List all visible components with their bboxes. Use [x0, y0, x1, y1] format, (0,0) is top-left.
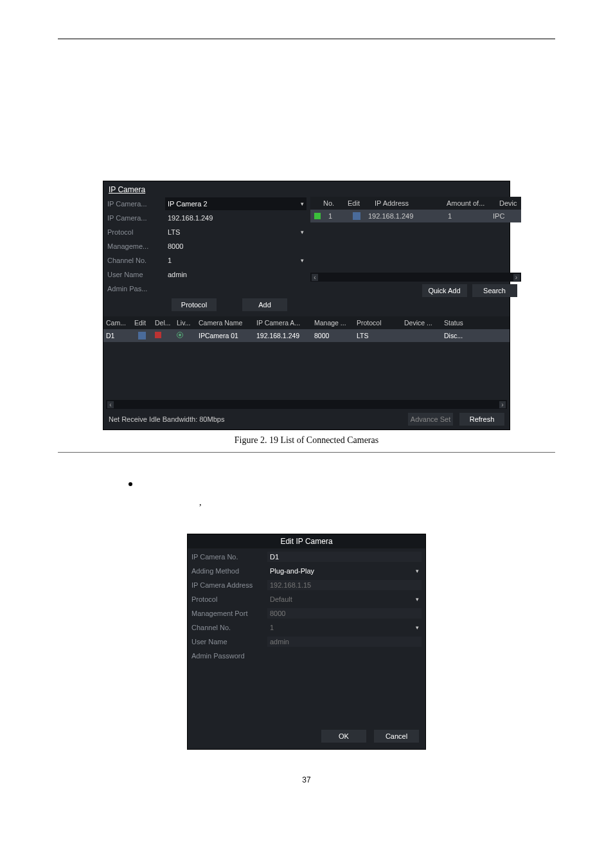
scroll-right-icon[interactable]: › [499, 401, 506, 408]
select-adding-method[interactable]: Plug-and-Play ▾ [267, 566, 422, 576]
advance-set-button[interactable]: Advance Set [408, 413, 453, 426]
input-mgmt-port2[interactable]: 8000 [267, 608, 422, 619]
label-protocol2: Protocol [191, 595, 267, 603]
scroll-left-icon[interactable]: ‹ [312, 274, 318, 281]
col-device2: Device ... [404, 319, 441, 327]
bullet-item [58, 478, 555, 488]
add-button[interactable]: Add [242, 298, 287, 311]
ok-button[interactable]: OK [321, 730, 366, 743]
cell-cam: D1 [106, 332, 132, 339]
cell-no: 1 [324, 212, 349, 220]
chevron-down-icon: ▾ [301, 229, 304, 235]
connected-head: Cam... Edit Del... Liv... Camera Name IP… [103, 316, 510, 329]
status-icon [314, 213, 321, 219]
input-mgmt-port-value: 8000 [168, 242, 183, 250]
cell-status: Disc... [444, 332, 463, 339]
cell-ip: 192.168.1.249 [364, 212, 444, 220]
select-channel-no[interactable]: 1 ▾ [165, 254, 306, 267]
select-protocol-value: LTS [168, 228, 180, 236]
label-mgmt-port2: Management Port [191, 610, 267, 617]
connected-row[interactable]: D1 IPCamera 01 192.168.1.249 8000 LTS Di… [103, 329, 510, 342]
discovered-devices: No. Edit IP Address Amount of... Devic 1… [310, 197, 521, 314]
select-camera-no[interactable]: IP Camera 2 ▾ [165, 197, 306, 210]
label-channel-no2: Channel No. [191, 624, 267, 631]
cell-protocol2: LTS [357, 332, 402, 339]
h-scrollbar[interactable]: ‹ › [310, 273, 521, 282]
quick-add-button[interactable]: Quick Add [422, 284, 467, 297]
figure-caption-1: Figure 2. 19 List of Connected Cameras [58, 435, 555, 446]
col-ipa: IP Camera A... [256, 319, 312, 327]
chevron-down-icon: ▾ [301, 257, 304, 264]
label-user-name: User Name [107, 271, 165, 278]
header-rule [58, 39, 555, 39]
chevron-down-icon: ▾ [416, 568, 419, 574]
discovered-head: No. Edit IP Address Amount of... Devic [310, 197, 521, 210]
col-edit: Edit [344, 199, 371, 207]
input-camera-address-value: 192.168.1.249 [168, 214, 213, 222]
cell-amount: 1 [444, 212, 489, 220]
col-protocol: Protocol [357, 319, 402, 327]
liveview-icon[interactable] [177, 332, 183, 338]
select-protocol2[interactable]: Default ▾ [267, 594, 422, 604]
label-adding-method: Adding Method [191, 567, 267, 575]
col-device: Devic [495, 199, 521, 207]
label-ip-camera-addr: IP Camera Address [191, 581, 267, 589]
ip-camera-panel: IP Camera IP Camera... IP Camera 2 ▾ IP … [103, 181, 510, 430]
col-amount: Amount of... [443, 199, 495, 207]
cancel-button[interactable]: Cancel [374, 730, 419, 743]
text-fragment: , [58, 497, 555, 508]
col-edit2: Edit [134, 319, 152, 327]
protocol-button[interactable]: Protocol [172, 298, 217, 311]
search-button[interactable]: Search [472, 284, 517, 297]
dialog-title: Edit IP Camera [188, 534, 425, 548]
edit-ip-camera-dialog: Edit IP Camera IP Camera No. D1 Adding M… [187, 534, 426, 750]
col-ip: IP Address [371, 199, 443, 207]
select-channel-no2[interactable]: 1 ▾ [267, 622, 422, 633]
col-name: Camera Name [199, 319, 254, 327]
input-camera-address[interactable]: 192.168.1.249 [165, 212, 306, 224]
input-ip-camera-addr[interactable]: 192.168.1.15 [267, 580, 422, 590]
ip-camera-form: IP Camera... IP Camera 2 ▾ IP Camera... … [107, 197, 306, 314]
chevron-down-icon: ▾ [416, 596, 419, 602]
cell-name: IPCamera 01 [199, 332, 254, 339]
bandwidth-text: Net Receive Idle Bandwidth: 80Mbps [109, 415, 224, 423]
label-mgmt-port: Manageme... [107, 242, 165, 250]
edit-icon[interactable] [353, 212, 360, 220]
label-camera-no: IP Camera... [107, 200, 165, 208]
select-channel-no-value: 1 [168, 257, 172, 264]
refresh-button[interactable]: Refresh [459, 413, 504, 426]
bullet-icon [129, 482, 132, 486]
label-user-name2: User Name [191, 638, 267, 646]
discovered-row[interactable]: 1 192.168.1.249 1 IPC [310, 210, 521, 222]
select-camera-no-value: IP Camera 2 [168, 200, 208, 208]
label-admin-pass: Admin Pas... [107, 285, 165, 293]
edit-icon[interactable] [138, 332, 146, 339]
select-protocol[interactable]: LTS ▾ [165, 226, 306, 239]
label-ip-camera-no: IP Camera No. [191, 553, 267, 561]
input-mgmt-port[interactable]: 8000 [165, 240, 306, 253]
h-scrollbar-2[interactable]: ‹ › [106, 400, 507, 409]
delete-icon[interactable] [155, 332, 161, 338]
scroll-left-icon[interactable]: ‹ [107, 401, 114, 408]
chevron-down-icon: ▾ [301, 201, 304, 207]
connected-empty [103, 342, 510, 400]
label-admin-pass2: Admin Password [191, 652, 267, 660]
dialog-spacer [191, 663, 422, 725]
cell-ip2: 192.168.1.249 [256, 332, 312, 339]
cell-port: 8000 [314, 332, 354, 339]
cell-device: IPC [489, 212, 508, 220]
input-user-name-value: admin [168, 271, 187, 278]
input-user-name2[interactable]: admin [267, 637, 422, 647]
col-no: No. [319, 199, 344, 207]
label-camera-address: IP Camera... [107, 214, 165, 222]
scroll-right-icon[interactable]: › [513, 274, 520, 281]
input-user-name[interactable]: admin [165, 268, 306, 281]
section-rule [58, 452, 555, 453]
page-number: 37 [58, 775, 555, 784]
input-admin-pass[interactable] [165, 282, 306, 295]
col-status: Status [444, 319, 463, 327]
input-admin-pass2[interactable] [267, 655, 422, 657]
col-liv: Liv... [177, 319, 196, 327]
chevron-down-icon: ▾ [416, 624, 419, 631]
col-cam: Cam... [106, 319, 132, 327]
